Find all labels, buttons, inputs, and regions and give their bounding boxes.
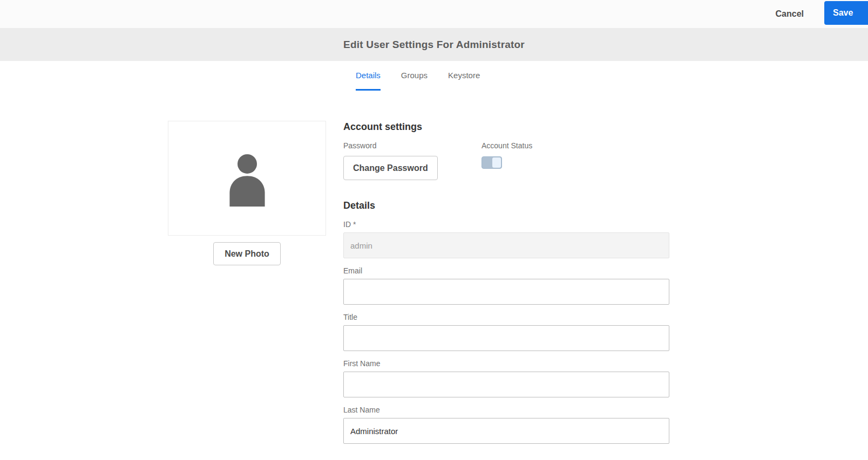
cancel-button[interactable]: Cancel — [776, 0, 804, 28]
account-status-label: Account Status — [482, 141, 532, 150]
form-column: Account settings Password Change Passwor… — [343, 121, 669, 452]
tab-groups[interactable]: Groups — [401, 71, 428, 91]
password-group: Password Change Password — [343, 141, 482, 180]
account-status-toggle[interactable] — [482, 156, 502, 169]
title-input[interactable] — [343, 325, 669, 351]
email-label: Email — [343, 266, 669, 276]
last-name-label: Last Name — [343, 406, 669, 415]
top-action-bar: Cancel Save — [0, 0, 868, 28]
tab-keystore[interactable]: Keystore — [448, 71, 480, 91]
toggle-knob — [492, 157, 501, 168]
field-last-name: Last Name — [343, 406, 669, 444]
email-input[interactable] — [343, 279, 669, 305]
last-name-input[interactable] — [343, 418, 669, 444]
details-fields: ID * Email Title First Name Last Name — [343, 220, 669, 444]
account-settings-heading: Account settings — [343, 121, 669, 133]
page-header: Edit User Settings For Administrator — [0, 28, 868, 61]
first-name-label: First Name — [343, 359, 669, 368]
first-name-input[interactable] — [343, 372, 669, 397]
user-silhouette-icon — [225, 150, 270, 207]
title-label: Title — [343, 313, 669, 322]
field-title: Title — [343, 313, 669, 351]
account-status-group: Account Status — [482, 141, 532, 180]
page-title: Edit User Settings For Administrator — [343, 39, 525, 51]
change-password-button[interactable]: Change Password — [343, 156, 438, 180]
new-photo-button[interactable]: New Photo — [213, 242, 281, 265]
user-photo-placeholder — [168, 121, 326, 236]
field-id: ID * — [343, 220, 669, 258]
tab-details[interactable]: Details — [356, 71, 381, 91]
field-first-name: First Name — [343, 359, 669, 397]
id-input[interactable] — [343, 232, 669, 258]
save-button[interactable]: Save — [824, 1, 868, 25]
id-label: ID * — [343, 220, 669, 229]
field-email: Email — [343, 266, 669, 305]
edit-user-settings-page: Cancel Save Edit User Settings For Admin… — [0, 0, 868, 460]
tab-bar: Details Groups Keystore — [356, 71, 480, 91]
photo-column: New Photo — [168, 121, 326, 265]
password-label: Password — [343, 141, 482, 150]
details-heading: Details — [343, 200, 669, 211]
account-settings-row: Password Change Password Account Status — [343, 141, 669, 180]
